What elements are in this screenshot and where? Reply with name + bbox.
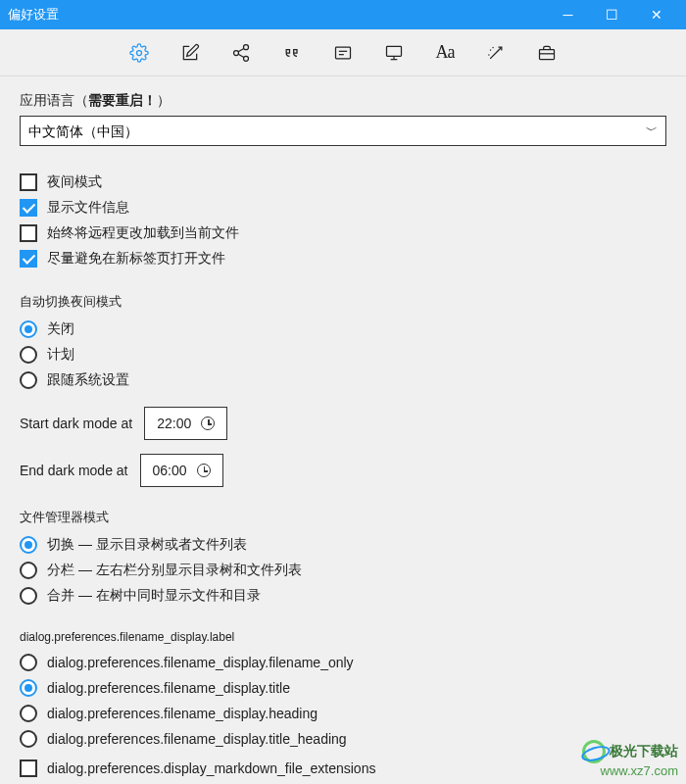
radio-icon (20, 536, 37, 554)
end-dark-label: End dark mode at (20, 463, 128, 478)
svg-point-0 (137, 50, 142, 55)
gear-icon[interactable] (128, 42, 150, 64)
checkbox-icon (20, 173, 37, 191)
checkbox-icon (20, 760, 37, 777)
preferences-content: 应用语言（需要重启！） 中文简体（中国） ﹀ 夜间模式 显示文件信息 始终将远程… (0, 76, 686, 784)
minimize-button[interactable]: ─ (546, 0, 590, 29)
file-manager-heading: 文件管理器模式 (20, 509, 666, 526)
radio-icon (20, 320, 37, 338)
radio-icon (20, 371, 37, 389)
language-select-input[interactable]: 中文简体（中国） (28, 123, 646, 139)
svg-point-1 (244, 44, 249, 49)
preferences-toolbar: Aa (0, 29, 686, 76)
svg-rect-6 (336, 47, 351, 59)
fm-toggle-radio[interactable]: 切换 — 显示目录树或者文件列表 (20, 532, 666, 558)
titlebar: 偏好设置 ─ ☐ ✕ (0, 0, 686, 29)
svg-rect-9 (387, 46, 402, 56)
radio-icon (20, 679, 37, 697)
auto-night-off-radio[interactable]: 关闭 (20, 317, 666, 342)
radio-icon (20, 562, 37, 579)
clock-icon (201, 416, 215, 430)
radio-icon (20, 705, 37, 722)
svg-line-5 (238, 48, 244, 51)
display-icon[interactable] (383, 42, 405, 64)
start-dark-input[interactable]: 22:00 (144, 407, 227, 440)
avoid-new-tab-checkbox[interactable]: 尽量避免在新标签页打开文件 (20, 246, 666, 271)
end-dark-input[interactable]: 06:00 (140, 454, 223, 487)
chevron-down-icon: ﹀ (646, 122, 658, 139)
fd-title-heading-radio[interactable]: dialog.preferences.filename_display.titl… (20, 726, 666, 752)
svg-point-2 (234, 50, 239, 55)
edit-icon[interactable] (179, 42, 201, 64)
auto-night-heading: 自动切换夜间模式 (20, 293, 666, 311)
svg-point-3 (244, 56, 249, 61)
clock-icon (197, 464, 211, 477)
md-ext-checkbox[interactable]: dialog.preferences.display_markdown_file… (20, 756, 666, 781)
language-select[interactable]: 中文简体（中国） ﹀ (20, 116, 666, 146)
end-dark-row: End dark mode at 06:00 (20, 454, 666, 487)
always-remote-checkbox[interactable]: 始终将远程更改加载到当前文件 (20, 220, 666, 246)
magic-icon[interactable] (485, 42, 507, 64)
svg-line-4 (238, 54, 244, 57)
radio-icon (20, 654, 37, 671)
checkbox-icon (20, 250, 37, 268)
start-dark-row: Start dark mode at 22:00 (20, 407, 666, 440)
svg-rect-12 (540, 49, 555, 59)
show-file-info-checkbox[interactable]: 显示文件信息 (20, 195, 666, 220)
radio-icon (20, 730, 37, 748)
filename-display-heading: dialog.preferences.filename_display.labe… (20, 630, 666, 644)
auto-night-system-radio[interactable]: 跟随系统设置 (20, 368, 666, 393)
start-dark-label: Start dark mode at (20, 416, 132, 431)
fm-merge-radio[interactable]: 合并 — 在树中同时显示文件和目录 (20, 583, 666, 609)
window-title: 偏好设置 (8, 6, 546, 24)
auto-night-schedule-radio[interactable]: 计划 (20, 342, 666, 368)
close-button[interactable]: ✕ (634, 0, 678, 29)
fd-heading-radio[interactable]: dialog.preferences.filename_display.head… (20, 701, 666, 726)
fm-split-radio[interactable]: 分栏 — 左右栏分别显示目录树和文件列表 (20, 558, 666, 583)
fd-title-radio[interactable]: dialog.preferences.filename_display.titl… (20, 675, 666, 701)
checkbox-icon (20, 199, 37, 217)
night-mode-checkbox[interactable]: 夜间模式 (20, 170, 666, 195)
note-icon[interactable] (332, 42, 354, 64)
radio-icon (20, 346, 37, 364)
fd-filename-only-radio[interactable]: dialog.preferences.filename_display.file… (20, 650, 666, 675)
share-icon[interactable] (230, 42, 252, 64)
checkbox-icon (20, 224, 37, 242)
language-label: 应用语言（需要重启！） (20, 92, 666, 110)
toolbox-icon[interactable] (536, 42, 558, 64)
maximize-button[interactable]: ☐ (590, 0, 634, 29)
quote-icon[interactable] (281, 42, 303, 64)
font-icon[interactable]: Aa (434, 42, 456, 64)
radio-icon (20, 587, 37, 605)
